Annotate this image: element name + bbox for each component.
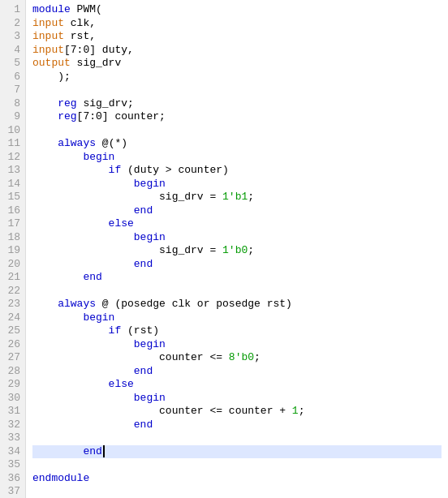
line-number: 12 [3,151,20,165]
token: module [32,3,77,15]
line-number: 20 [3,258,20,272]
token: end [32,258,153,270]
token: ; [248,244,254,256]
line-number: 29 [3,378,20,392]
token: input [32,17,71,29]
line-number: 10 [3,124,20,138]
line-number: 14 [3,178,20,191]
token: reg [32,97,83,109]
code-line: begin [32,151,442,165]
line-number: 25 [3,324,20,338]
code-line: else [32,378,442,392]
line-number: 5 [3,57,20,71]
token: always [32,298,102,310]
line-number: 2 [3,17,20,31]
code-line: always @(*) [32,137,442,151]
code-line: end [32,204,442,218]
code-line: counter <= 8'b0; [32,351,442,365]
line-number: 4 [3,44,20,58]
code-line: input rst, [32,30,442,44]
token: rst, [71,30,96,42]
token: sig_drv; [83,97,133,109]
line-number: 34 [3,445,20,459]
token: end [32,419,153,431]
code-line: begin [32,311,442,325]
code-line: output sig_drv [32,57,442,71]
code-line: if (duty > counter) [32,164,442,178]
token: [7:0] [64,44,102,56]
token: endmodule [32,472,89,484]
code-line [32,431,442,445]
token: PWM( [77,3,102,15]
line-number: 7 [3,84,20,97]
token: ; [299,405,305,417]
code-line: reg[7:0] counter; [32,110,442,124]
line-number: 9 [3,110,20,124]
token: begin [32,392,166,404]
token: ; [248,191,254,203]
line-number: 30 [3,392,20,406]
token: ; [254,351,261,363]
code-line: input[7:0] duty, [32,44,442,58]
line-number: 19 [3,244,20,258]
token: ); [32,71,71,83]
line-number: 37 [3,485,20,498]
line-number: 16 [3,204,20,218]
token: begin [32,311,114,324]
token: @ (posedge clk or posedge rst) [102,298,292,310]
line-number: 27 [3,351,20,365]
text-cursor [103,445,105,457]
code-line: sig_drv = 1'b0; [32,244,442,258]
token: else [32,217,134,230]
line-number: 3 [3,30,20,44]
code-line: end [32,445,442,459]
line-number: 1 [3,3,20,17]
token: begin [32,178,166,190]
token: 1 [292,405,299,417]
code-line: begin [32,392,442,406]
token: 8'b0 [229,351,254,363]
code-editor: 1234567891011121314151617181920212223242… [0,0,448,498]
token: clk, [71,17,96,29]
code-line: input clk, [32,17,442,31]
token: 1'b0 [222,244,248,256]
code-line [32,285,442,298]
token: 1'b1 [222,191,248,203]
line-number: 21 [3,271,20,285]
line-number: 24 [3,311,20,325]
line-number: 28 [3,365,20,379]
code-line: endmodule [32,472,442,486]
code-line [32,84,442,97]
line-number: 26 [3,338,20,352]
token: begin [32,151,114,163]
code-line: if (rst) [32,324,442,338]
token: end [32,365,153,377]
line-number: 31 [3,405,20,419]
code-line: always @ (posedge clk or posedge rst) [32,298,442,311]
code-line: end [32,419,442,432]
token: end [32,445,102,457]
token: (duty > counter) [127,164,229,176]
token: end [32,271,102,283]
token: [7:0] counter; [77,110,166,122]
token: begin [32,231,166,243]
line-number: 23 [3,298,20,311]
code-line: else [32,217,442,231]
token: else [32,378,134,390]
line-number: 6 [3,71,20,84]
line-number: 18 [3,231,20,245]
code-area[interactable]: module PWM(input clk,input rst,input[7:0… [26,0,448,498]
token: @(*) [102,137,127,149]
token: (rst) [127,324,159,337]
token: duty, [102,44,134,56]
code-line: counter <= counter + 1; [32,405,442,419]
token: counter <= [32,351,229,363]
code-line: begin [32,231,442,245]
code-line: end [32,258,442,272]
code-line: end [32,365,442,379]
token: counter <= counter + [32,405,292,417]
code-line: end [32,271,442,285]
line-number: 13 [3,164,20,178]
line-number: 8 [3,97,20,111]
code-line: begin [32,338,442,352]
